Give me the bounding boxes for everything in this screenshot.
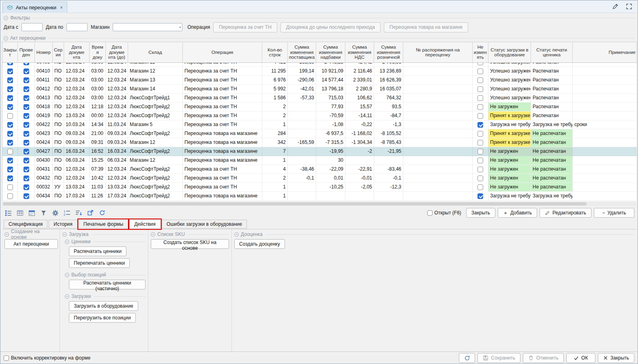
- cell-series[interactable]: ПО: [53, 111, 64, 120]
- cell-row-count[interactable]: 4 421: [262, 63, 288, 67]
- refresh-button[interactable]: [459, 353, 475, 363]
- cell-order-no[interactable]: [403, 111, 473, 120]
- cell-doc-date[interactable]: 12.03.24: [64, 67, 90, 76]
- collapse-icon[interactable]: [234, 232, 239, 237]
- cell-doc-date[interactable]: 06.03.24: [64, 156, 90, 165]
- reprint-price-tags-button[interactable]: Перепечатать ценники: [69, 258, 130, 268]
- verified-checkbox[interactable]: [24, 69, 29, 74]
- collapse-icon[interactable]: [62, 232, 67, 237]
- cell-print-status[interactable]: Не распечатан: [531, 138, 573, 147]
- table-row[interactable]: 00432ПО12.03.2410:4212.03.24ЛюксСофтТрей…: [2, 174, 637, 183]
- cell-doc-date-to[interactable]: 12.03.24: [106, 67, 128, 76]
- cell-row-count[interactable]: 1: [262, 120, 288, 129]
- cell-load-status[interactable]: Успешно загружен: [488, 85, 531, 94]
- closed-checkbox[interactable]: [7, 184, 13, 190]
- column-header-closed[interactable]: Закры т: [2, 42, 18, 63]
- close-form-button[interactable]: Закрыть: [598, 353, 634, 363]
- cell-row-count[interactable]: 2: [262, 174, 288, 183]
- cell-doc-date-to[interactable]: 12.03.24: [106, 165, 128, 174]
- cell-sum-retail[interactable]: -83,46: [374, 165, 403, 174]
- cell-warehouse[interactable]: ЛюксСофтТрейд2: [128, 103, 183, 111]
- cell-sum-markup[interactable]: 14 577,44: [316, 76, 345, 85]
- collapse-icon[interactable]: [65, 273, 69, 277]
- cell-note[interactable]: [573, 63, 637, 67]
- cell-order-no[interactable]: [403, 76, 473, 85]
- cell-sum-supplier[interactable]: [288, 111, 316, 120]
- verified-checkbox[interactable]: [24, 167, 29, 172]
- no-change-checkbox[interactable]: [477, 131, 483, 137]
- cell-row-count[interactable]: 1 586: [262, 94, 288, 103]
- verified-checkbox[interactable]: [24, 140, 29, 146]
- tab-print-forms[interactable]: Печатные формы: [79, 220, 128, 229]
- column-header-order-no[interactable]: № распоряжения на переоценку: [403, 42, 473, 63]
- cell-row-count[interactable]: 2: [262, 111, 288, 120]
- table-row[interactable]: 00434ПО17.03.2411:2617.03.24ЛюксСофтТрей…: [2, 192, 637, 201]
- cell-warehouse[interactable]: Магазин 13: [128, 76, 183, 85]
- cell-doc-date[interactable]: 12.03.24: [64, 63, 90, 67]
- cell-load-status[interactable]: Не загружен: [488, 147, 531, 156]
- view-table-icon[interactable]: [15, 208, 24, 217]
- table-row[interactable]: 00410ПО12.03.2403:0012.03.24Магазин 12Пе…: [2, 67, 637, 76]
- cell-warehouse[interactable]: ЛюксСофтТрейд2: [128, 129, 183, 138]
- cell-print-status[interactable]: Распечатан: [531, 103, 573, 111]
- edit-button[interactable]: Редактировать: [540, 208, 591, 218]
- cell-order-no[interactable]: [403, 183, 473, 192]
- column-header-operation[interactable]: Операция: [183, 42, 262, 63]
- cell-sum-retail[interactable]: 93,5: [374, 103, 403, 111]
- cell-operation[interactable]: Переоценка товара на магазине: [183, 156, 262, 165]
- column-header-note[interactable]: Примечание: [573, 42, 637, 63]
- cell-doc-time[interactable]: 03:00: [90, 85, 106, 94]
- edit-pencil-icon[interactable]: [612, 3, 619, 10]
- date-from-input[interactable]: [21, 23, 43, 31]
- cell-sum-markup[interactable]: 0,01: [316, 174, 345, 183]
- cell-row-count[interactable]: 1: [262, 192, 288, 201]
- cell-sum-retail[interactable]: -84,7: [374, 111, 403, 120]
- cell-print-status[interactable]: Не распечатан: [531, 174, 573, 183]
- cell-row-count[interactable]: 11 295: [262, 67, 288, 76]
- table-row[interactable]: 00418ПО12.03.2412:1812.03.24ЛюксСофтТрей…: [2, 103, 637, 111]
- column-header-sum-vat[interactable]: Сумма изменения НДС: [345, 42, 374, 63]
- cell-row-count[interactable]: 2: [262, 103, 288, 111]
- cell-operation[interactable]: Переоценка за счет ТН: [183, 165, 262, 174]
- cell-load-status[interactable]: Успешно загружен: [488, 76, 531, 85]
- cell-load-status[interactable]: Успешно загружен: [488, 67, 531, 76]
- cell-print-status[interactable]: Распечатан: [531, 94, 573, 103]
- cell-sum-markup[interactable]: 13 796,18: [316, 85, 345, 94]
- cell-load-status[interactable]: Загрузка не требуется: [488, 120, 531, 129]
- column-header-warehouse[interactable]: Склад: [128, 42, 183, 63]
- cell-sum-vat[interactable]: -0,22: [345, 120, 374, 129]
- cell-note[interactable]: [573, 156, 637, 165]
- cell-note[interactable]: [573, 94, 637, 103]
- cell-doc-date[interactable]: 17.03.24: [64, 192, 90, 201]
- no-change-checkbox[interactable]: [477, 104, 483, 110]
- tab-acts-revaluation[interactable]: Акты переоценки ×: [2, 2, 67, 13]
- closed-checkbox[interactable]: [7, 158, 13, 163]
- cell-print-status[interactable]: Загрузка не требуется: [531, 192, 573, 201]
- cell-doc-date[interactable]: 12.03.24: [64, 94, 90, 103]
- cell-row-count[interactable]: 342: [262, 138, 288, 147]
- cell-note[interactable]: [573, 147, 637, 156]
- cell-doc-date-to[interactable]: 12.03.24: [106, 103, 128, 111]
- cell-operation[interactable]: Переоценка товара на магазине: [183, 129, 262, 138]
- cell-doc-time[interactable]: 14:34: [90, 120, 106, 129]
- cell-sum-supplier[interactable]: [288, 120, 316, 129]
- closed-checkbox[interactable]: [7, 176, 13, 181]
- cell-number[interactable]: 00423: [35, 129, 53, 138]
- cell-load-status[interactable]: Не загружен: [488, 165, 531, 174]
- column-header-verified[interactable]: Прове ден: [18, 42, 35, 63]
- cell-doc-date[interactable]: 12.03.24: [64, 85, 90, 94]
- cell-sum-retail[interactable]: -1,3: [374, 120, 403, 129]
- cell-order-no[interactable]: [403, 192, 473, 201]
- cell-warehouse[interactable]: Магазин 12: [128, 156, 183, 165]
- table-row[interactable]: 00427ПО16.03.2416:5216.03.24ЛюксСофтТрей…: [2, 147, 637, 156]
- cell-note[interactable]: [573, 165, 637, 174]
- verified-checkbox[interactable]: [24, 149, 29, 154]
- column-header-doc-date[interactable]: Дата докуме нта: [64, 42, 90, 63]
- cell-sum-supplier[interactable]: -57,33: [288, 94, 316, 103]
- no-change-checkbox[interactable]: [477, 193, 483, 199]
- cell-doc-time[interactable]: 12:18: [90, 103, 106, 111]
- column-header-doc-date-to[interactable]: Дата докуме нта (до): [106, 42, 128, 63]
- cell-number[interactable]: 00432: [35, 174, 53, 183]
- cell-doc-time[interactable]: 16:52: [90, 147, 106, 156]
- cell-sum-supplier[interactable]: [288, 147, 316, 156]
